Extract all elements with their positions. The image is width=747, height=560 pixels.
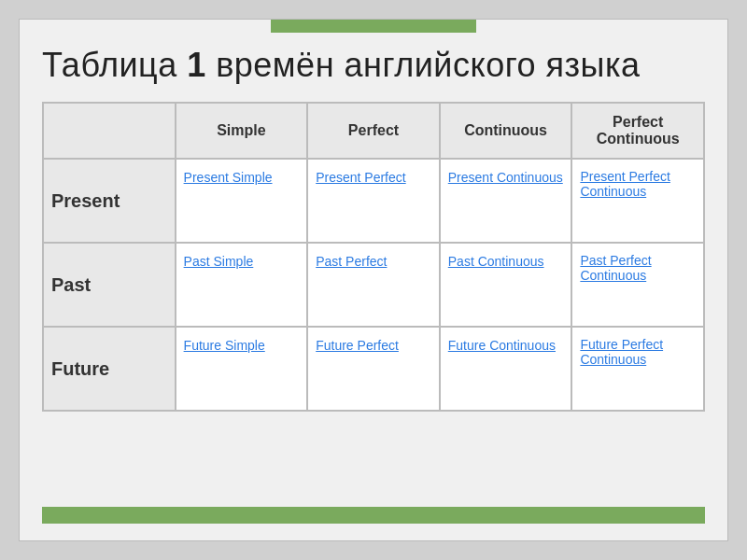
cell-1-1: Past Perfect <box>307 243 440 327</box>
tense-link-future-simple[interactable]: Future Simple <box>184 338 265 353</box>
bottom-bar <box>42 507 705 524</box>
cell-2-0: Future Simple <box>176 327 308 411</box>
cell-1-2: Past Continuous <box>440 243 572 327</box>
header-empty <box>43 103 176 159</box>
cell-0-1: Present Perfect <box>307 159 440 243</box>
table-row: PastPast SimplePast PerfectPast Continuo… <box>43 243 704 327</box>
page-title: Таблица 1 времён английского языка <box>42 46 705 85</box>
table-row: PresentPresent SimplePresent PerfectPres… <box>43 159 704 243</box>
tense-link-present-perfect-continuous[interactable]: Present Perfect Continuous <box>580 169 696 199</box>
tense-link-present-continuous[interactable]: Present Continuous <box>448 170 563 185</box>
top-accent <box>271 20 476 33</box>
header-perfect-continuous: Perfect Continuous <box>571 103 704 159</box>
row-label-past: Past <box>43 243 176 327</box>
table-wrapper: Simple Perfect Continuous Perfect Contin… <box>42 102 705 497</box>
row-label-future: Future <box>43 327 176 411</box>
cell-1-0: Past Simple <box>176 243 308 327</box>
header-continuous: Continuous <box>440 103 572 159</box>
cell-0-3: Present Perfect Continuous <box>571 159 704 243</box>
tense-link-future-perfect-continuous[interactable]: Future Perfect Continuous <box>580 337 696 367</box>
header-simple: Simple <box>176 103 308 159</box>
tense-link-present-simple[interactable]: Present Simple <box>184 170 273 185</box>
cell-2-3: Future Perfect Continuous <box>571 327 704 411</box>
slide-container: Таблица 1 времён английского языка Simpl… <box>19 19 728 541</box>
row-label-present: Present <box>43 159 176 243</box>
table-row: FutureFuture SimpleFuture PerfectFuture … <box>43 327 704 411</box>
tense-link-future-perfect[interactable]: Future Perfect <box>316 338 399 353</box>
tense-link-past-perfect[interactable]: Past Perfect <box>316 254 387 269</box>
tense-link-future-continuous[interactable]: Future Continuous <box>448 338 556 353</box>
cell-0-2: Present Continuous <box>440 159 572 243</box>
tense-link-past-continuous[interactable]: Past Continuous <box>448 254 544 269</box>
header-perfect: Perfect <box>307 103 440 159</box>
cell-2-1: Future Perfect <box>307 327 440 411</box>
tense-link-present-perfect[interactable]: Present Perfect <box>316 170 406 185</box>
cell-2-2: Future Continuous <box>440 327 572 411</box>
cell-0-0: Present Simple <box>176 159 308 243</box>
tense-link-past-perfect-continuous[interactable]: Past Perfect Continuous <box>580 253 696 283</box>
cell-1-3: Past Perfect Continuous <box>571 243 704 327</box>
tenses-table: Simple Perfect Continuous Perfect Contin… <box>42 102 705 412</box>
tense-link-past-simple[interactable]: Past Simple <box>184 254 254 269</box>
